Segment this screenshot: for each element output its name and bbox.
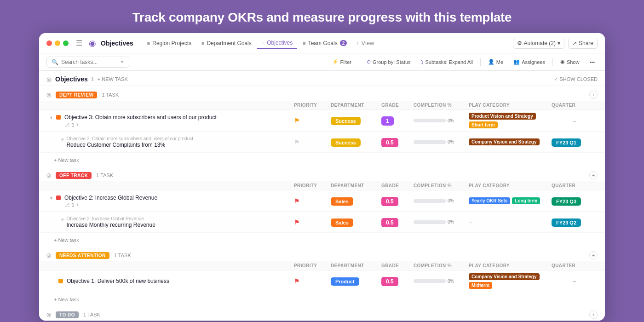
col-completion: COMPLETION %: [414, 103, 469, 108]
share-icon: ↗: [572, 40, 577, 46]
priority-flag-gray[interactable]: ⚑: [294, 138, 300, 146]
task-meta: ⎇ 1 +: [64, 202, 157, 207]
automate-button[interactable]: ⚙ Automate (2) ▾: [513, 38, 564, 49]
department-cell[interactable]: Sales: [331, 197, 381, 205]
play-category-cell: –: [469, 218, 552, 226]
search-box[interactable]: 🔍 ▾: [46, 57, 129, 68]
tl-yellow[interactable]: [55, 40, 60, 46]
play-tag-company[interactable]: Company Vision and Strategy: [469, 138, 540, 145]
group-header-off-track: ◎ OFF TRACK 1 TASK +: [39, 167, 605, 181]
chevron-down-icon: ▾: [558, 40, 560, 46]
subtasks-button[interactable]: ⤵ Subtasks: Expand All: [418, 58, 476, 66]
task-color-dot: [56, 196, 61, 200]
priority-flag-yellow[interactable]: ⚑: [294, 117, 300, 124]
col-play-category: PLAY CATEGORY: [469, 263, 552, 268]
col-quarter: QUARTER: [552, 183, 598, 188]
tl-red[interactable]: [46, 40, 52, 46]
task-name[interactable]: Objective 3: Obtain more subscribers and…: [64, 114, 217, 121]
tab-add-view[interactable]: + View: [352, 38, 378, 48]
search-input[interactable]: [61, 59, 116, 65]
task-name[interactable]: Objective 1: Deliver 500k of new busines…: [67, 277, 169, 285]
col-grade: GRADE: [381, 263, 414, 268]
grade-cell[interactable]: 1: [381, 116, 414, 125]
new-task-link[interactable]: + New task: [54, 157, 79, 163]
objectives-info-icon[interactable]: ℹ: [92, 76, 94, 82]
group-add-button[interactable]: +: [589, 310, 598, 319]
new-task-link[interactable]: + New task: [54, 237, 79, 243]
automate-icon: ⚙: [517, 40, 522, 46]
tab-objectives[interactable]: ≡ Objectives: [257, 38, 297, 49]
tab-label: Region Projects: [152, 40, 191, 46]
chevron-down-icon[interactable]: ▾: [50, 115, 52, 120]
col-headers-off-track: PRIORITY DEPARTMENT GRADE COMPLETION % P…: [39, 181, 605, 190]
subtask-name[interactable]: Reduce Customer Complaints from 13%: [66, 142, 193, 148]
hamburger-icon[interactable]: ☰: [76, 39, 82, 47]
priority-flag-red[interactable]: ⚑: [294, 277, 300, 285]
col-department: DEPARTMENT: [331, 183, 381, 188]
department-cell[interactable]: Product: [331, 277, 381, 285]
group-collapse-icon[interactable]: ◎: [46, 252, 51, 259]
play-tag-product[interactable]: Product Vision and Strategy: [469, 113, 536, 120]
grade-cell[interactable]: 0.5: [381, 218, 414, 226]
show-button[interactable]: ◉ Show: [558, 58, 582, 66]
add-subtask-button[interactable]: +: [76, 122, 79, 127]
more-button[interactable]: •••: [586, 58, 598, 66]
subtask-name[interactable]: Increase Monthly recurring Revenue: [66, 222, 155, 228]
show-closed-button[interactable]: ✓ SHOW CLOSED: [554, 76, 598, 82]
department-cell[interactable]: Success: [331, 116, 381, 125]
assignees-button[interactable]: 👥 Assignees: [511, 58, 548, 66]
play-tag-long[interactable]: Long term: [512, 197, 540, 204]
dept-badge-sales: Sales: [331, 218, 353, 227]
new-task-button[interactable]: + NEW TASK: [98, 76, 128, 82]
task-row: ▾ Objective 2: Increase Global Revenue ⎇…: [39, 190, 605, 212]
toolbar-sep3: [552, 58, 553, 66]
grade-cell[interactable]: 0.5: [381, 138, 414, 146]
priority-cell: ⚑: [294, 218, 331, 226]
nav-tabs: ≡ Region Projects ≡ Department Goals ≡ O…: [143, 38, 508, 49]
priority-flag-red[interactable]: ⚑: [294, 197, 300, 205]
play-tag-midterm[interactable]: Midterm: [469, 282, 492, 289]
group-collapse-icon[interactable]: ◎: [46, 92, 51, 98]
filter-button[interactable]: ⚡ Filter: [329, 58, 354, 66]
group-collapse-icon[interactable]: ◎: [46, 172, 51, 178]
share-button[interactable]: ↗ Share: [568, 38, 598, 49]
new-task-row-needs: + New task: [39, 292, 605, 306]
group-add-button[interactable]: +: [589, 171, 598, 179]
quarter-cell[interactable]: FY23 Q1: [552, 138, 598, 146]
new-task-link[interactable]: + New task: [54, 297, 79, 302]
dash-cell: –: [469, 218, 472, 226]
tab-region-projects[interactable]: ≡ Region Projects: [143, 38, 196, 48]
task-name[interactable]: Objective 2: Increase Global Revenue: [64, 194, 157, 202]
grade-cell[interactable]: 0.5: [381, 197, 414, 205]
filter-icon: ⚡: [332, 59, 339, 65]
grade-cell[interactable]: 0.5: [381, 277, 414, 285]
completion-cell: 0%: [414, 118, 469, 123]
add-subtask-button[interactable]: +: [76, 202, 79, 207]
dept-badge-product: Product: [331, 277, 359, 286]
priority-cell: ⚑: [294, 116, 331, 125]
quarter-cell[interactable]: FY23 Q3: [552, 197, 598, 205]
me-button[interactable]: 👤 Me: [485, 58, 506, 66]
play-tag-short[interactable]: Short term: [469, 121, 498, 128]
tab-team-goals[interactable]: ≡ Team Goals 2: [298, 38, 351, 48]
department-cell[interactable]: Success: [331, 138, 381, 146]
subtasks-label: Subtasks: Expand All: [426, 59, 473, 65]
quarter-cell[interactable]: FY23 Q2: [552, 218, 598, 226]
priority-flag-red[interactable]: ⚑: [294, 218, 300, 226]
group-collapse-icon[interactable]: ◎: [46, 311, 51, 318]
tl-green[interactable]: [63, 40, 69, 46]
department-cell[interactable]: Sales: [331, 218, 381, 226]
tab-icon: ≡: [262, 40, 264, 46]
col-quarter: QUARTER: [552, 263, 598, 268]
play-tag-company[interactable]: Company Vision and Strategy: [469, 273, 540, 280]
group-add-button[interactable]: +: [589, 91, 598, 99]
objectives-collapse-icon[interactable]: ◎: [46, 76, 52, 83]
tab-department-goals[interactable]: ≡ Department Goals: [197, 38, 256, 48]
col-completion: COMPLETION %: [414, 263, 469, 268]
group-by-button[interactable]: ⊙ Group by: Status: [364, 58, 414, 66]
quarter-cell: –: [552, 117, 598, 124]
chevron-down-icon[interactable]: ▾: [50, 196, 52, 201]
task-color-dot: [58, 279, 63, 283]
play-tag-yearly[interactable]: Yearly OKR Sets: [469, 197, 510, 204]
group-add-button[interactable]: +: [589, 251, 598, 259]
